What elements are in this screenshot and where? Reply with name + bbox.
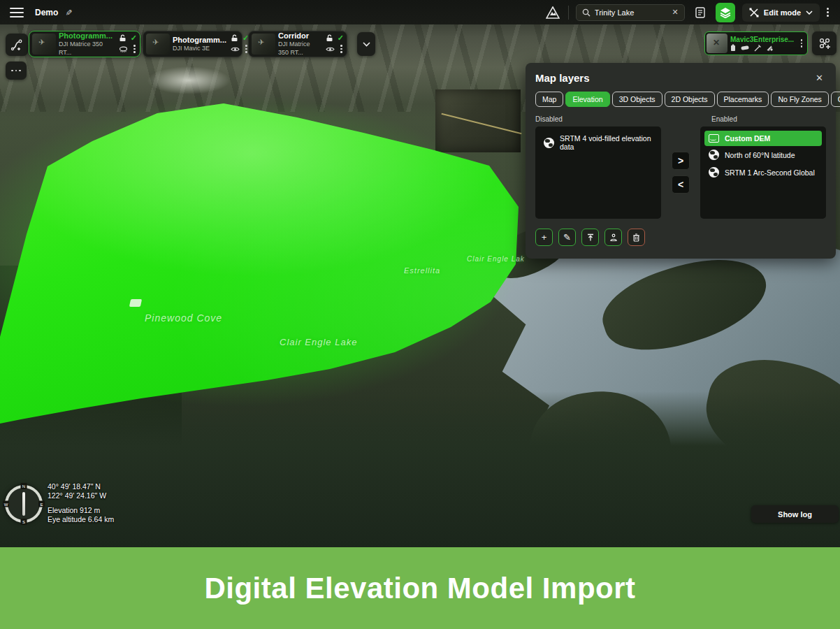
route-menu-icon[interactable]	[132, 43, 137, 55]
unlock-icon[interactable]	[119, 34, 126, 42]
drone-visibility-icon[interactable]	[119, 46, 128, 52]
enabled-column-label: Enabled	[711, 115, 737, 123]
route-card-photogrammetry-1[interactable]: Photogramm... DJI Matrice 350 RT... ✓	[29, 31, 140, 57]
route-valid-check-icon: ✓	[338, 34, 344, 43]
map-layers-button[interactable]	[716, 3, 735, 22]
compass-west-label: W	[3, 501, 9, 507]
route-thumbnail	[32, 34, 56, 55]
overflow-menu-icon[interactable]	[827, 8, 829, 17]
route-drone-type: DJI Matrice 350 RT...	[59, 40, 115, 57]
longitude-readout: 122° 49' 24.16" W	[48, 491, 114, 500]
globe-icon	[709, 150, 719, 160]
new-route-button[interactable]	[6, 34, 28, 56]
rename-project-icon[interactable]: ✎	[64, 8, 73, 15]
tab-elevation[interactable]: Elevation	[565, 92, 609, 107]
route-title: Photogramm...	[59, 31, 115, 40]
map-layers-dialog: Map layers ✕ Map Elevation 3D Objects 2D…	[526, 63, 836, 259]
layer-item-srtm4[interactable]: SRTM 4 void-filled elevation data	[540, 131, 657, 154]
dialog-title: Map layers	[535, 72, 590, 84]
toolbar-divider	[568, 6, 569, 20]
unlock-icon[interactable]	[231, 34, 238, 42]
route-list-expand-button[interactable]	[357, 32, 375, 56]
route-title: Photogramm...	[173, 36, 226, 44]
map-place-label: Pinewood Cove	[145, 312, 222, 324]
route-thumbnail	[146, 34, 170, 55]
more-routes-button[interactable]	[6, 62, 27, 80]
main-menu-icon[interactable]	[10, 8, 24, 17]
search-icon	[582, 8, 591, 17]
search-input[interactable]	[595, 8, 668, 17]
compass[interactable]: N E S W	[5, 485, 43, 523]
unlock-icon[interactable]	[326, 34, 333, 42]
route-thumbnail	[252, 34, 275, 55]
telemetry-signal-icon	[754, 45, 761, 52]
compass-east-label: E	[38, 501, 45, 507]
controller-icon	[741, 45, 749, 51]
layer-label: SRTM 1 Arc-Second Global	[725, 168, 815, 177]
layer-item-srtm1[interactable]: SRTM 1 Arc-Second Global	[704, 164, 822, 181]
visibility-eye-icon[interactable]	[326, 46, 335, 52]
layer-label: North of 60°N latitude	[725, 151, 795, 159]
search-box[interactable]: ✕	[576, 4, 685, 21]
disabled-column-label: Disabled	[535, 115, 711, 123]
route-drone-type: DJI Matrice 350 RT...	[278, 40, 321, 57]
clear-search-icon[interactable]: ✕	[672, 8, 679, 17]
globe-icon	[544, 138, 554, 148]
compass-south-label: S	[21, 519, 27, 525]
close-icon[interactable]: ✕	[813, 71, 826, 85]
map-place-label: Clair Engle Lak	[467, 255, 525, 263]
drone-card-mavic3enterprise[interactable]: Mavic3Enterprise...	[704, 31, 808, 55]
route-card-corridor[interactable]: Corridor DJI Matrice 350 RT... ✓	[248, 31, 347, 57]
chevron-down-icon	[806, 10, 813, 15]
banner-title: Digital Elevation Model Import	[204, 572, 635, 605]
tab-offline-maps[interactable]: Offline maps	[831, 92, 840, 107]
layers-icon	[720, 7, 731, 18]
map-place-label: Estrellita	[404, 266, 440, 275]
log-notepad-icon[interactable]	[692, 4, 709, 21]
edit-mode-label: Edit mode	[764, 8, 801, 17]
top-bar: Demo ✎ ✕	[0, 0, 840, 24]
ellipsis-icon	[10, 68, 22, 73]
terrain-warning-icon[interactable]	[544, 4, 561, 21]
geo-status-block: 40° 49' 18.47" N 122° 49' 24.16" W Eleva…	[48, 482, 114, 524]
layer-item-north60[interactable]: North of 60°N latitude	[704, 146, 822, 164]
edit-mode-icon	[749, 8, 759, 17]
eye-altitude-readout: Eye altitude 6.64 km	[48, 515, 114, 524]
tab-3d-objects[interactable]: 3D Objects	[612, 92, 662, 107]
add-layer-button[interactable]: +	[535, 229, 553, 246]
layer-label: Custom DEM	[725, 134, 770, 143]
enabled-layers-list: Custom DEM North of 60°N latitude SRTM 1…	[700, 126, 826, 219]
route-title: Corridor	[278, 31, 321, 40]
show-log-button[interactable]: Show log	[751, 505, 839, 523]
project-name: Demo	[35, 8, 58, 17]
drone-menu-icon[interactable]	[799, 38, 804, 49]
disable-layer-button[interactable]: <	[672, 175, 690, 194]
route-menu-icon[interactable]	[339, 43, 344, 55]
export-layer-button[interactable]	[604, 229, 622, 246]
route-drone-type: DJI Mavic 3E	[173, 44, 226, 52]
disabled-layers-list: SRTM 4 void-filled elevation data	[535, 126, 661, 219]
dem-layer-icon	[709, 134, 719, 143]
route-valid-check-icon: ✓	[131, 34, 137, 43]
edit-layer-button[interactable]: ✎	[558, 229, 576, 246]
tab-no-fly-zones[interactable]: No Fly Zones	[771, 92, 828, 107]
tab-2d-objects[interactable]: 2D Objects	[665, 92, 715, 107]
edit-mode-dropdown[interactable]: Edit mode	[742, 3, 820, 22]
layer-item-custom-dem[interactable]: Custom DEM	[704, 131, 822, 146]
delete-layer-button[interactable]	[628, 229, 645, 246]
bottom-banner: Digital Elevation Model Import	[0, 547, 840, 629]
tab-placemarks[interactable]: Placemarks	[717, 92, 769, 107]
enable-layer-button[interactable]: >	[672, 152, 690, 170]
gps-satellite-icon	[766, 45, 773, 52]
drone-name: Mavic3Enterprise...	[730, 35, 799, 44]
visibility-eye-icon[interactable]	[231, 46, 240, 52]
import-layer-button[interactable]	[581, 229, 599, 246]
add-drone-button[interactable]	[812, 31, 837, 55]
route-card-photogrammetry-2[interactable]: Photogramm... DJI Mavic 3E ✓	[143, 31, 242, 57]
tab-map[interactable]: Map	[535, 92, 563, 107]
compass-needle	[22, 492, 25, 516]
compass-north-label: N	[21, 483, 27, 489]
elevation-readout: Elevation 912 m	[48, 506, 114, 515]
map-place-label: Clair Engle Lake	[280, 337, 357, 347]
latitude-readout: 40° 49' 18.47" N	[48, 482, 114, 491]
